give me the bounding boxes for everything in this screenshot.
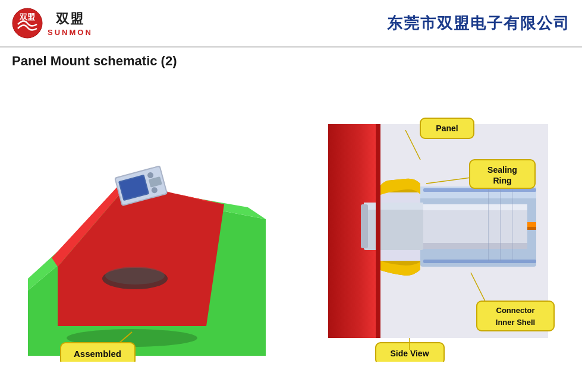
svg-text:Panel: Panel xyxy=(436,124,458,133)
svg-text:Assembled: Assembled xyxy=(74,349,121,359)
svg-point-7 xyxy=(105,267,165,284)
right-panel: Panel Sealing Ring Connector Inner Shell… xyxy=(294,74,577,388)
svg-rect-31 xyxy=(420,243,527,249)
company-name: 东莞市双盟电子有限公司 xyxy=(387,13,570,34)
logo-text: 双盟 SUNMON xyxy=(48,10,93,37)
header: 双盟 双盟 SUNMON 东莞市双盟电子有限公司 xyxy=(0,0,582,48)
svg-rect-30 xyxy=(420,204,527,210)
sideview-svg: Panel Sealing Ring Connector Inner Shell… xyxy=(310,100,560,362)
svg-text:Connector: Connector xyxy=(496,306,534,315)
svg-rect-34 xyxy=(361,204,368,248)
logo-chinese-text: 双盟 xyxy=(56,10,84,28)
svg-rect-33 xyxy=(364,203,423,210)
svg-rect-26 xyxy=(423,260,536,263)
svg-text:Sealing: Sealing xyxy=(487,165,517,175)
svg-text:Ring: Ring xyxy=(493,176,511,185)
sideview-scene: Panel Sealing Ring Connector Inner Shell… xyxy=(310,100,560,362)
svg-rect-29 xyxy=(420,204,527,249)
svg-marker-4 xyxy=(58,184,224,326)
svg-rect-38 xyxy=(376,124,380,338)
sunmon-logo-icon: 双盟 xyxy=(12,8,43,39)
assembly-scene: Assembled xyxy=(22,100,272,362)
logo-area: 双盟 双盟 SUNMON xyxy=(12,8,93,39)
logo-english-text: SUNMON xyxy=(48,28,93,37)
main-content: Assembled xyxy=(0,74,582,388)
left-panel: Assembled xyxy=(6,74,288,388)
page-title: Panel Mount schematic (2) xyxy=(0,48,582,74)
svg-text:Inner Shell: Inner Shell xyxy=(496,318,535,327)
svg-text:Side View: Side View xyxy=(390,349,429,358)
assembly-svg: Assembled xyxy=(22,100,272,362)
svg-text:双盟: 双盟 xyxy=(19,12,36,21)
